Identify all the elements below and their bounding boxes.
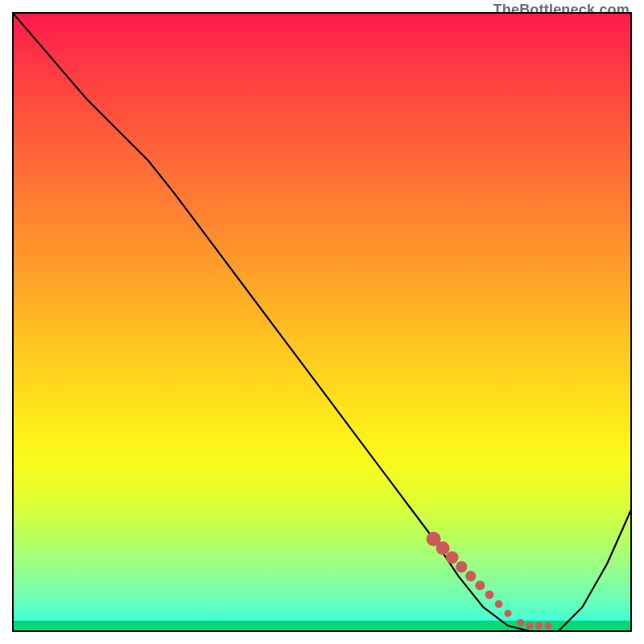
highlight-dot	[465, 571, 476, 581]
highlight-dot	[495, 601, 503, 609]
highlight-dot	[485, 590, 494, 599]
highlight-dot	[545, 622, 552, 630]
highlight-dot	[456, 561, 467, 572]
chart-container: TheBottleneck.com	[0, 0, 644, 644]
bottleneck-curve-line	[12, 12, 632, 632]
plot-area	[12, 12, 632, 632]
highlight-dot	[505, 609, 512, 617]
highlight-dots-group	[427, 532, 552, 630]
highlight-dot	[446, 551, 459, 564]
highlight-dot	[535, 622, 543, 630]
highlight-dot	[475, 580, 485, 590]
highlight-dot	[517, 619, 524, 626]
highlight-dot	[436, 542, 450, 555]
chart-overlay	[12, 12, 632, 632]
highlight-dot	[526, 622, 533, 630]
